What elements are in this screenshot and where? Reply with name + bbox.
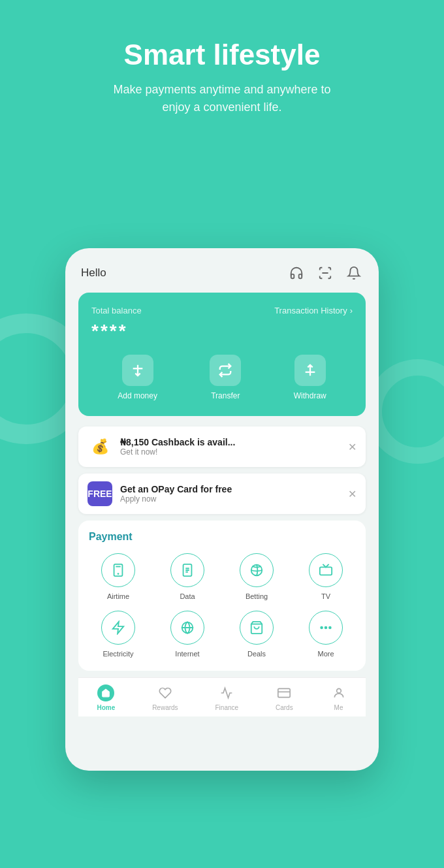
airtime-icon	[101, 553, 135, 587]
svg-rect-10	[320, 567, 332, 575]
payment-betting[interactable]: Betting	[227, 553, 286, 600]
data-label: Data	[180, 592, 195, 600]
payment-data[interactable]: Data	[158, 553, 217, 600]
home-nav-icon	[97, 684, 114, 701]
promo-cashback-title: ₦8,150 Cashback is avail...	[120, 437, 340, 447]
more-label: More	[317, 650, 334, 658]
nav-me[interactable]: Me	[330, 684, 347, 711]
more-icon	[309, 611, 343, 645]
bell-icon[interactable]	[345, 264, 363, 282]
me-nav-icon	[330, 684, 347, 701]
withdraw-action[interactable]: Withdraw	[294, 355, 326, 400]
promo-cashback-close[interactable]: ✕	[348, 441, 357, 453]
promo-cashback-banner[interactable]: 💰 ₦8,150 Cashback is avail... Get it now…	[78, 426, 366, 467]
promo-card-sub: Apply now	[120, 494, 340, 504]
tv-label: TV	[321, 592, 330, 600]
home-nav-label: Home	[97, 704, 115, 711]
promo-card-text: Get an OPay Card for free Apply now	[120, 484, 340, 504]
bottom-navigation: Home Rewards Finance	[78, 677, 366, 716]
me-nav-label: Me	[334, 704, 343, 711]
transaction-history-link[interactable]: Transaction History ›	[274, 306, 353, 315]
balance-card-top: Total balance Transaction History ›	[91, 306, 353, 315]
transfer-action[interactable]: Transfer	[210, 355, 241, 400]
add-money-action[interactable]: Add money	[118, 355, 157, 400]
finance-nav-label: Finance	[215, 704, 238, 711]
payment-deals[interactable]: Deals	[227, 611, 286, 658]
payment-section: Payment Airtime	[78, 521, 366, 671]
promo-card-close[interactable]: ✕	[348, 488, 357, 500]
svg-rect-17	[278, 688, 290, 697]
hero-section: Smart lifestyle Make payments anytime an…	[0, 0, 444, 136]
card-actions: Add money Transfer	[91, 355, 353, 400]
nav-finance[interactable]: Finance	[215, 684, 238, 711]
payment-section-title: Payment	[89, 531, 355, 543]
greeting-text: Hello	[81, 266, 106, 280]
promo-cashback-text: ₦8,150 Cashback is avail... Get it now!	[120, 437, 340, 457]
phone-mockup: Hello	[65, 248, 379, 771]
airtime-label: Airtime	[107, 592, 129, 600]
headset-icon[interactable]	[287, 264, 306, 282]
withdraw-label: Withdraw	[294, 391, 326, 400]
betting-label: Betting	[246, 592, 268, 600]
finance-nav-icon	[218, 684, 235, 701]
nav-home[interactable]: Home	[97, 684, 115, 711]
internet-icon	[170, 611, 204, 645]
svg-marker-11	[113, 622, 124, 634]
data-icon	[170, 553, 204, 587]
promo-cashback-icon: 💰	[87, 434, 112, 459]
transfer-icon	[210, 355, 241, 386]
payment-electricity[interactable]: Electricity	[89, 611, 148, 658]
promo-cashback-sub: Get it now!	[120, 447, 340, 457]
promo-card-title: Get an OPay Card for free	[120, 484, 340, 494]
hero-subtitle: Make payments anytime and anywhere to en…	[98, 81, 346, 116]
promo-card-banner[interactable]: FREE Get an OPay Card for free Apply now…	[78, 474, 366, 514]
hero-title: Smart lifestyle	[26, 39, 418, 71]
transfer-label: Transfer	[211, 391, 240, 400]
header-icons	[287, 264, 363, 282]
scan-icon[interactable]	[316, 264, 334, 282]
svg-point-15	[325, 627, 327, 629]
nav-rewards[interactable]: Rewards	[152, 684, 178, 711]
deals-icon	[240, 611, 274, 645]
payment-internet[interactable]: Internet	[158, 611, 217, 658]
nav-cards[interactable]: Cards	[276, 684, 293, 711]
promo-card-icon: FREE	[87, 481, 112, 506]
payment-tv[interactable]: TV	[296, 553, 355, 600]
phone-header: Hello	[78, 264, 366, 282]
phone-frame: Hello	[65, 248, 379, 771]
tv-icon	[309, 553, 343, 587]
payment-airtime[interactable]: Airtime	[89, 553, 148, 600]
svg-point-14	[321, 627, 323, 629]
svg-point-19	[336, 688, 341, 693]
cards-nav-icon	[276, 684, 293, 701]
electricity-icon	[101, 611, 135, 645]
payment-grid: Airtime Data	[89, 553, 355, 658]
add-money-label: Add money	[118, 391, 157, 400]
betting-icon	[240, 553, 274, 587]
electricity-label: Electricity	[103, 650, 133, 658]
internet-label: Internet	[175, 650, 199, 658]
rewards-nav-label: Rewards	[152, 704, 178, 711]
cards-nav-label: Cards	[276, 704, 293, 711]
balance-amount: ****	[91, 321, 353, 342]
withdraw-icon	[294, 355, 326, 386]
balance-label: Total balance	[91, 306, 142, 315]
deals-label: Deals	[247, 650, 266, 658]
rewards-nav-icon	[157, 684, 174, 701]
svg-point-16	[329, 627, 331, 629]
payment-more[interactable]: More	[296, 611, 355, 658]
add-money-icon	[122, 355, 153, 386]
balance-card: Total balance Transaction History › ****	[78, 293, 366, 416]
